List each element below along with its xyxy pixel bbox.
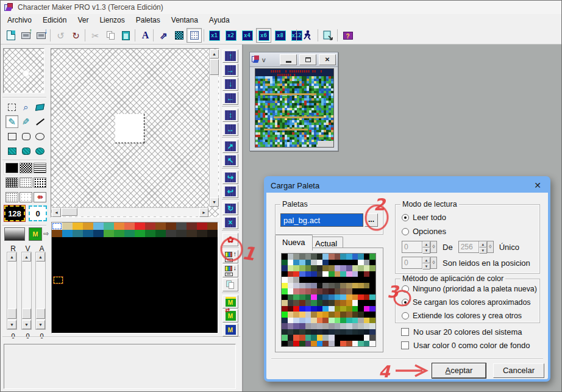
new-palette-cell[interactable] [317,335,323,341]
shift-right-icon[interactable]: ↪ [222,171,238,184]
palette-color-cell[interactable] [104,230,114,237]
new-palette-cell[interactable] [305,288,311,294]
gradient-mode-button[interactable] [4,227,25,241]
accept-button[interactable]: Aceptar [432,363,486,378]
new-palette-cell[interactable] [322,329,329,335]
new-palette-cell[interactable] [317,288,323,294]
new-palette-cell[interactable] [329,335,335,341]
new-palette-cell[interactable] [358,312,364,318]
new-palette-cell[interactable] [288,265,294,271]
minimize-button[interactable] [280,54,297,65]
new-palette-cell[interactable] [340,283,346,289]
new-palette-cell[interactable] [317,323,323,329]
new-palette-cell[interactable] [299,277,305,283]
new-palette-cell[interactable] [293,265,299,271]
new-palette-cell[interactable] [358,277,364,283]
new-palette-cell[interactable] [352,341,358,347]
new-palette-cell[interactable] [322,260,329,266]
radio-aproximados[interactable]: Se cargan los colores aproximados [402,298,531,307]
slider-down-button[interactable]: ▼ [22,320,31,329]
copy-canvas-button[interactable] [222,278,238,291]
cancel-button[interactable]: Cancelar [493,363,544,378]
palette-color-cell[interactable] [207,223,218,230]
move-down-icon[interactable]: ↓ [222,77,238,91]
new-palette-cell[interactable] [299,260,305,266]
new-palette-cell[interactable] [364,260,370,266]
menu-item-archivo[interactable]: Archivo [2,15,37,26]
new-palette-cell[interactable] [293,271,299,277]
color-palette-panel[interactable] [51,222,218,333]
new-palette-cell[interactable] [364,329,370,335]
menu-item-paletas[interactable]: Paletas [130,15,166,26]
new-palette-cell[interactable] [358,254,364,260]
new-palette-cell[interactable] [282,271,288,277]
palette-color-cell[interactable] [166,230,176,237]
new-palette-cell[interactable] [346,335,352,341]
menu-item-ayuda[interactable]: Ayuda [204,15,235,26]
new-palette-cell[interactable] [369,318,375,324]
rotate-right-icon[interactable]: ↗ [222,140,238,153]
new-palette-cell[interactable] [358,288,364,294]
palette-color-cell[interactable] [145,223,155,230]
new-palette-cell[interactable] [352,277,358,283]
rectangle-tool-button[interactable] [5,130,18,143]
new-palette-cell[interactable] [293,329,299,335]
select-tool-button[interactable] [5,101,18,113]
new-palette-cell[interactable] [311,265,317,271]
new-palette-cell[interactable] [340,271,346,277]
palette-color-cell[interactable] [207,230,218,237]
pattern-solid-swatch[interactable] [5,163,18,173]
spin-up-icon[interactable]: ▲ [422,257,430,263]
dialog-close-button[interactable]: ✕ [532,180,544,190]
new-palette-cell[interactable] [322,271,329,277]
new-palette-cell[interactable] [364,271,370,277]
pattern-grid-swatch[interactable] [34,163,46,173]
new-palette-cell[interactable] [352,329,358,335]
new-palette-cell[interactable] [369,323,375,329]
new-palette-cell[interactable] [282,254,288,260]
new-palette-cell[interactable] [346,341,352,347]
new-palette-cell[interactable] [282,312,288,318]
palette-color-cell[interactable] [114,230,124,237]
new-palette-cell[interactable] [311,323,317,329]
new-palette-cell[interactable] [293,300,299,306]
new-palette-cell[interactable] [317,312,323,318]
help-button[interactable]: ? [340,28,355,43]
new-palette-cell[interactable] [317,283,323,289]
new-palette-cell[interactable] [352,254,358,260]
new-palette-cell[interactable] [293,260,299,266]
new-palette-cell[interactable] [305,312,311,318]
new-palette-cell[interactable] [305,318,311,324]
new-palette-cell[interactable] [288,341,294,347]
new-palette-cell[interactable] [311,254,317,260]
new-palette-cell[interactable] [352,306,358,312]
new-palette-cell[interactable] [282,323,288,329]
new-palette-cell[interactable] [322,341,329,347]
new-palette-cell[interactable] [346,300,352,306]
zoom-x4-button[interactable]: x4 [240,28,255,43]
new-palette-cell[interactable] [358,341,364,347]
new-palette-cell[interactable] [346,294,352,301]
open-file-button[interactable]: ↑ [18,28,34,43]
new-palette-cell[interactable] [346,260,352,266]
new-palette-cell[interactable] [305,265,311,271]
rotate-180-icon[interactable]: ↻ [222,202,238,215]
new-palette-cell[interactable] [352,288,358,294]
new-palette-cell[interactable] [293,323,299,329]
new-palette-cell[interactable] [311,271,317,277]
new-palette-cell[interactable] [358,265,364,271]
scroll-up-button[interactable]: ▲ [210,49,219,59]
new-palette-cell[interactable] [346,318,352,324]
new-palette-cell[interactable] [322,335,329,341]
new-palette-cell[interactable] [305,283,311,289]
new-palette-cell[interactable] [364,265,370,271]
new-palette-cell[interactable] [311,283,317,289]
image-window[interactable]: v ✕ [249,52,338,151]
new-palette-cell[interactable] [340,260,346,266]
grid-dots-toggle-button[interactable] [187,28,202,43]
new-palette-cell[interactable] [288,318,294,324]
new-palette-cell[interactable] [329,265,335,271]
palette-color-cell[interactable] [135,230,145,237]
new-palette-cell[interactable] [369,271,375,277]
new-palette-cell[interactable] [299,265,305,271]
